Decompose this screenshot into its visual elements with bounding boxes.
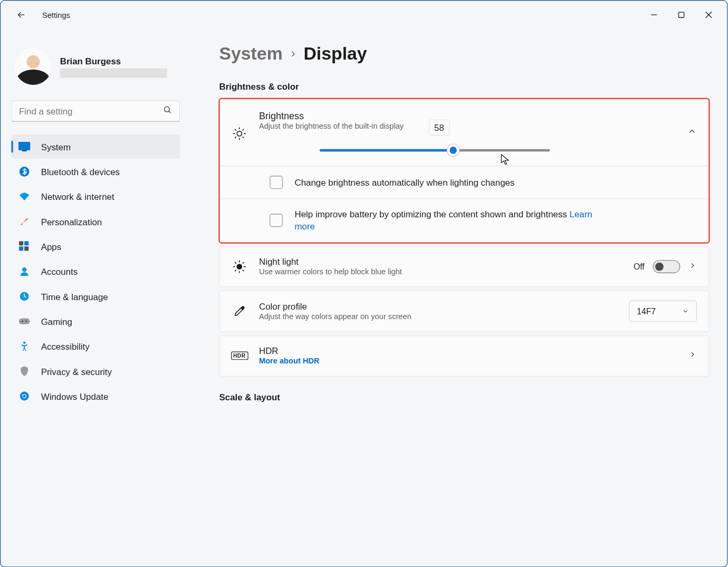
accessibility-icon [18,340,31,352]
sidebar-item-privacy[interactable]: Privacy & security [11,359,180,383]
sidebar-item-accessibility[interactable]: Accessibility [11,334,180,358]
update-icon [18,390,31,402]
svg-rect-16 [19,319,30,324]
sidebar-item-time[interactable]: Time & language [11,284,180,308]
row-battery-optimize[interactable]: Help improve battery by optimizing the c… [220,198,709,242]
minimize-button[interactable] [640,5,668,24]
sidebar-item-label: Accessibility [41,341,90,351]
sidebar-item-label: Gaming [41,316,72,326]
window-title: Settings [42,11,70,20]
night-light-subtitle: Use warmer colors to help block blue lig… [259,266,443,277]
breadcrumb-sep-icon: › [291,46,295,61]
search-field[interactable] [19,106,162,116]
slider-fill [320,149,453,152]
svg-line-26 [235,129,236,130]
sidebar-item-network[interactable]: Network & internet [11,185,180,208]
settings-window: Settings Brian Burgess [0,0,727,567]
section-scale-title: Scale & layout [219,392,709,402]
svg-point-4 [165,107,170,112]
svg-line-38 [243,262,244,263]
breadcrumb-parent[interactable]: System [219,43,282,63]
user-block[interactable]: Brian Burgess [11,35,180,100]
checkbox-auto-brightness[interactable] [270,176,283,189]
svg-line-36 [243,270,244,271]
section-brightness-title: Brightness & color [219,81,709,91]
card-brightness: Brightness Adjust the brightness of the … [219,99,709,243]
chevron-right-icon [688,261,697,272]
svg-line-5 [169,111,171,113]
shield-icon [18,365,31,377]
user-email-redacted [60,68,167,78]
svg-line-37 [235,270,236,271]
card-night-light[interactable]: Night light Use warmer colors to help bl… [219,246,709,287]
row-auto-brightness[interactable]: Change brightness automatically when lig… [220,166,709,198]
color-profile-title: Color profile [259,301,617,311]
search-input[interactable] [11,100,180,122]
sidebar-item-label: Time & language [41,291,108,301]
titlebar: Settings [1,1,727,29]
svg-rect-6 [18,142,31,150]
close-button[interactable] [695,5,722,24]
chevron-right-icon [688,351,697,361]
sidebar-item-label: Accounts [41,266,78,276]
svg-point-19 [23,342,25,344]
svg-rect-13 [24,246,28,251]
brightness-title: Brightness [259,111,675,122]
sidebar-item-personalization[interactable]: Personalization [11,209,180,233]
sidebar-item-label: Network & internet [41,191,114,201]
sidebar-item-label: Privacy & security [41,366,112,376]
collapse-button[interactable] [687,127,697,139]
svg-rect-12 [19,246,23,251]
svg-rect-1 [678,12,684,17]
clock-globe-icon [18,291,31,303]
brush-icon [18,216,31,228]
svg-line-28 [235,137,236,138]
brightness-slider[interactable] [320,149,550,152]
sidebar-item-bluetooth[interactable]: Bluetooth & devices [11,160,180,184]
card-hdr[interactable]: HDR HDR More about HDR [219,335,709,376]
sidebar-item-gaming[interactable]: Gaming [11,310,180,333]
sidebar-item-accounts[interactable]: Accounts [11,260,180,283]
svg-point-20 [20,392,29,401]
slider-thumb[interactable] [447,145,459,157]
checkbox-battery-optimize[interactable] [270,214,283,227]
brightness-subtitle: Adjust the brightness of the built-in di… [259,122,675,131]
wifi-icon [18,190,31,203]
sidebar-item-update[interactable]: Windows Update [11,385,180,408]
hdr-title: HDR [259,345,677,355]
svg-line-27 [243,137,244,138]
card-color-profile: Color profile Adjust the way colors appe… [219,291,709,332]
bluetooth-icon [18,166,31,178]
svg-rect-8 [22,150,27,151]
battery-optimize-label: Help improve battery by optimizing the c… [294,208,604,233]
svg-point-18 [26,321,27,322]
search-icon [163,105,173,117]
nav: System Bluetooth & devices Network & int… [11,135,180,408]
back-button[interactable] [14,7,29,23]
page-title: Display [303,43,367,63]
svg-rect-11 [24,241,28,245]
sidebar-item-system[interactable]: System [11,135,180,159]
sidebar-item-label: Personalization [41,216,102,226]
svg-point-14 [22,267,26,272]
cursor-icon [501,154,511,166]
night-light-title: Night light [259,256,622,266]
main-panel: System › Display Brightness & color Brig… [190,29,727,566]
sidebar: Brian Burgess System Bluetooth & devices [1,29,190,566]
hdr-link[interactable]: More about HDR [259,357,320,366]
maximize-button[interactable] [668,5,695,24]
select-value: 14F7 [637,306,656,316]
gamepad-icon [18,315,31,328]
breadcrumb: System › Display [219,43,709,63]
chevron-down-icon [682,307,689,315]
night-light-state: Off [634,262,645,271]
color-profile-subtitle: Adjust the way colors appear on your scr… [259,311,520,322]
brightness-value-tooltip: 58 [429,119,449,135]
svg-line-35 [235,262,236,263]
apps-icon [18,241,31,253]
night-light-toggle[interactable] [653,260,680,273]
color-profile-select[interactable]: 14F7 [629,301,697,322]
sidebar-item-apps[interactable]: Apps [11,235,180,258]
sidebar-item-label: System [41,142,71,152]
person-icon [18,265,31,277]
